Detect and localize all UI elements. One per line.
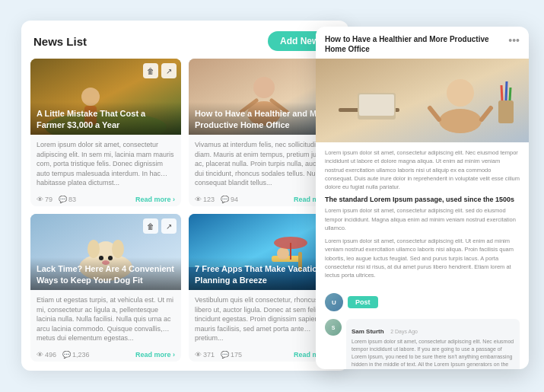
card-farmer-footer: 👁 79 💬 83 Read more › (37, 193, 175, 203)
svg-point-29 (439, 109, 482, 133)
comment-bubble: Sam Sturth 2 Days Ago Lorem ipsum dolor … (346, 319, 520, 369)
commenter-name: Sam Sturth (352, 328, 384, 335)
detail-header: How to Have a Healthier and More Product… (316, 27, 529, 59)
card-dog-text: Etiam ut egestas turpis, at vehicula est… (37, 295, 175, 344)
card-office-comments: 💬 94 (221, 196, 238, 203)
card-office-title: How to Have a Healthier and More Product… (195, 108, 333, 130)
card-farmer-image: 🗑 ↗ A Little Mistake That Cost a Farmer … (30, 59, 181, 135)
card-farmer-actions: 🗑 ↗ (143, 63, 177, 78)
card-farmer-delete-button[interactable]: 🗑 (143, 63, 158, 78)
card-office-stats: 👁 123 💬 94 (195, 196, 238, 203)
card-dog-title: Lack Time? Here Are 4 Convenient Ways to… (37, 263, 175, 285)
card-vacation-stats: 👁 371 💬 175 (195, 351, 242, 359)
detail-hero-graphic (316, 59, 529, 142)
eye-icon: 👁 (195, 351, 202, 359)
comment-icon: 💬 (62, 351, 71, 359)
comment-item: S Sam Sturth 2 Days Ago Lorem ipsum dolo… (325, 319, 520, 369)
commenter-avatar: S (325, 319, 342, 336)
comment-icon: 💬 (221, 196, 229, 203)
svg-rect-27 (359, 94, 394, 116)
card-farmer-share-button[interactable]: ↗ (161, 63, 177, 78)
card-farmer-read-more[interactable]: Read more › (135, 196, 175, 203)
detail-menu-icon[interactable]: ••• (508, 34, 520, 46)
card-dog-overlay: Lack Time? Here Are 4 Convenient Ways to… (30, 257, 181, 290)
card-office-views: 👁 123 (195, 196, 215, 203)
comment-time: 2 Days Ago (390, 329, 418, 334)
comment-text: Lorem ipsum dolor sit amet, consectetur … (352, 338, 514, 369)
detail-hero-image (316, 59, 529, 142)
comment-icon: 💬 (221, 351, 229, 359)
card-vacation-footer: 👁 371 💬 175 Read more › (195, 348, 333, 359)
svg-line-35 (510, 88, 511, 100)
card-farmer-comments: 💬 83 (59, 196, 76, 203)
card-dog-footer: 👁 496 💬 1,236 Read more › (37, 348, 175, 359)
card-farmer-body: Lorem ipsum dolor sit amet, consectetur … (30, 135, 181, 206)
detail-section-text: Lorem ipsum dolor sit amet, consectetur … (325, 206, 520, 232)
card-dog-actions: 🗑 ↗ (143, 218, 177, 234)
svg-line-34 (506, 81, 507, 100)
detail-section-text2: Lorem ipsum dolor sit amet, consectetur … (325, 237, 520, 279)
card-farmer-stats: 👁 79 💬 83 (37, 196, 76, 203)
card-office-footer: 👁 123 💬 94 Read more › (195, 193, 333, 203)
comment-section: U Post S Sam Sturth 2 Days Ago Lorem ips… (325, 293, 520, 369)
card-dog-delete-button[interactable]: 🗑 (143, 218, 158, 234)
svg-point-28 (447, 79, 474, 107)
post-comment-button[interactable]: Post (348, 296, 378, 308)
card-dog-share-button[interactable]: ↗ (161, 218, 177, 234)
card-vacation-text: Vestibulum quis elit consectetur, rhoncu… (195, 295, 333, 344)
card-farmer: 🗑 ↗ A Little Mistake That Cost a Farmer … (30, 59, 181, 206)
eye-icon: 👁 (37, 351, 43, 359)
user-avatar: U (325, 293, 343, 311)
card-dog-stats: 👁 496 💬 1,236 (37, 351, 90, 359)
app-container: News List Add News (0, 0, 544, 392)
card-office-text: Vivamus at interdum felis, nec sollicitu… (195, 140, 333, 189)
detail-title: How to Have a Healthier and More Product… (325, 34, 502, 54)
svg-line-33 (501, 85, 502, 100)
card-vacation-comments: 💬 175 (221, 351, 242, 359)
panel-header: News List Add News (21, 21, 348, 59)
svg-point-13 (112, 240, 124, 258)
card-vacation-title: 7 Free Apps That Make Vacation Planning … (195, 263, 333, 285)
svg-rect-24 (316, 59, 529, 142)
svg-point-12 (87, 240, 100, 258)
card-dog-comments: 💬 1,236 (62, 351, 90, 359)
eye-icon: 👁 (195, 196, 202, 203)
svg-point-5 (253, 77, 275, 98)
eye-icon: 👁 (37, 196, 43, 203)
cards-grid: 🗑 ↗ A Little Mistake That Cost a Farmer … (21, 59, 348, 371)
card-farmer-views: 👁 79 (37, 196, 52, 203)
detail-section-title: The standard Lorem Ipsum passage, used s… (325, 196, 520, 203)
card-dog-body: Etiam ut egestas turpis, at vehicula est… (30, 290, 181, 362)
comment-author-row: Sam Sturth 2 Days Ago (352, 323, 514, 336)
comment-input-row: U Post (325, 293, 520, 311)
card-farmer-title: A Little Mistake That Cost a Farmer $3,0… (37, 108, 175, 130)
card-dog-views: 👁 496 (37, 351, 56, 359)
card-farmer-text: Lorem ipsum dolor sit amet, consectetur … (37, 140, 175, 189)
news-list-panel: News List Add News (21, 21, 348, 371)
detail-content: Lorem ipsum dolor sit amet, consectetur … (316, 142, 529, 369)
card-vacation-views: 👁 371 (195, 351, 215, 359)
card-dog: 🗑 ↗ Lack Time? Here Are 4 Convenient Way… (30, 214, 181, 362)
card-dog-image: 🗑 ↗ Lack Time? Here Are 4 Convenient Way… (30, 214, 181, 290)
detail-panel: How to Have a Healthier and More Product… (316, 27, 529, 369)
card-farmer-overlay: A Little Mistake That Cost a Farmer $3,0… (30, 102, 181, 135)
card-dog-read-more[interactable]: Read more › (135, 351, 175, 359)
svg-rect-32 (498, 100, 514, 123)
detail-body-text: Lorem ipsum dolor sit amet, consectetur … (325, 148, 520, 191)
panel-title: News List (33, 35, 87, 48)
comment-icon: 💬 (59, 196, 67, 203)
